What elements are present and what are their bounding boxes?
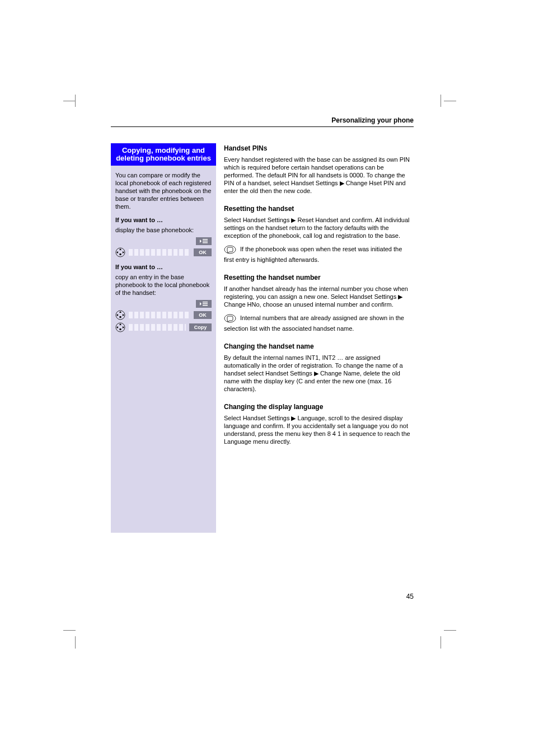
svg-marker-12 (200, 302, 202, 306)
sidebar-spacer (115, 335, 212, 525)
sidebar-line: display the base phonebook: (115, 226, 212, 234)
sidebar-section-heading: If you want to … (115, 216, 212, 224)
body-section: Changing the handset name By default the… (224, 342, 414, 393)
svg-point-24 (224, 314, 236, 322)
body-section: Handset PINs Every handset registered wi… (224, 144, 414, 195)
dpad-icon (115, 310, 125, 320)
note-text: Internal numbers that are already assign… (224, 314, 404, 332)
svg-marker-20 (116, 326, 118, 328)
svg-marker-14 (119, 311, 121, 313)
sidebar-line (115, 237, 212, 245)
sidebar-intro: You can compare or modify the local phon… (115, 171, 212, 210)
section-heading: Resetting the handset number (224, 274, 414, 281)
copy-tag: Copy (189, 323, 212, 331)
crop-mark (441, 636, 441, 649)
svg-marker-15 (116, 314, 118, 316)
svg-rect-2 (203, 242, 208, 243)
menu-icon (196, 300, 212, 308)
svg-rect-1 (203, 241, 208, 242)
svg-rect-11 (203, 305, 208, 306)
svg-rect-22 (120, 328, 121, 330)
svg-rect-9 (203, 302, 208, 303)
svg-marker-21 (123, 326, 124, 328)
svg-marker-16 (123, 314, 124, 316)
header-title: Personalizing your phone (331, 116, 414, 124)
sidebar-line (115, 300, 212, 308)
crop-mark (75, 636, 76, 649)
label-placeholder: Base Phonebook (129, 249, 190, 256)
section-heading: Resetting the handset (224, 205, 414, 213)
menu-icon (196, 237, 212, 245)
section-heading: Changing the handset name (224, 342, 414, 350)
svg-rect-8 (120, 253, 121, 255)
crop-mark (444, 101, 456, 101)
section-text: By default the internal names INT1, INT2… (224, 354, 414, 393)
dpad-icon (115, 322, 125, 332)
sidebar-line: (select entry) Copy (115, 322, 212, 332)
sidebar-line: Base Phonebook OK (115, 247, 212, 257)
sidebar-line: copy an entry in the base phonebook to t… (115, 273, 212, 297)
svg-marker-19 (119, 323, 121, 325)
crop-mark (444, 630, 456, 631)
dpad-icon (115, 247, 125, 257)
hand-icon (224, 314, 236, 325)
svg-point-23 (224, 246, 236, 253)
body-section: Resetting the handset number If another … (224, 274, 414, 332)
section-text: Select Handset Settings ▶ Language, scro… (224, 414, 414, 445)
section-heading: Changing the display language (224, 403, 414, 411)
section-text: Every handset registered with the base c… (224, 156, 414, 195)
svg-rect-17 (120, 316, 121, 318)
sidebar-title: Copying, modifying and deleting phoneboo… (111, 143, 216, 166)
section-note: Internal numbers that are already assign… (224, 314, 414, 332)
svg-marker-3 (200, 240, 202, 243)
body-section: Changing the display language Select Han… (224, 403, 414, 445)
svg-rect-0 (203, 239, 208, 240)
ok-tag: OK (194, 311, 212, 319)
page: Personalizing your phone 45 Copying, mod… (0, 0, 534, 756)
svg-rect-10 (203, 303, 208, 304)
sidebar: Copying, modifying and deleting phoneboo… (111, 143, 216, 533)
label-placeholder: (select entry) (129, 324, 186, 331)
crop-mark (63, 101, 76, 101)
page-header: Personalizing your phone (111, 116, 414, 127)
ok-tag: OK (194, 248, 212, 256)
section-heading: Handset PINs (224, 144, 414, 152)
section-note: If the phonebook was open when the reset… (224, 245, 414, 264)
page-number: 45 (0, 593, 534, 600)
svg-marker-5 (119, 248, 121, 250)
section-text: Select Handset Settings ▶ Reset Handset … (224, 216, 414, 240)
hand-icon (224, 245, 236, 256)
note-text: If the phonebook was open when the reset… (224, 246, 402, 263)
body: Handset PINs Every handset registered wi… (224, 144, 414, 456)
section-text: If another handset already has the inter… (224, 285, 414, 308)
svg-marker-7 (123, 251, 124, 253)
sidebar-section-heading: If you want to … (115, 263, 212, 271)
crop-mark (63, 630, 76, 631)
label-placeholder: Base Phonebook (129, 312, 190, 318)
svg-marker-6 (116, 251, 118, 253)
sidebar-content: You can compare or modify the local phon… (111, 166, 216, 533)
crop-mark (441, 95, 441, 107)
sidebar-line: Base Phonebook OK (115, 310, 212, 320)
body-section: Resetting the handset Select Handset Set… (224, 205, 414, 264)
